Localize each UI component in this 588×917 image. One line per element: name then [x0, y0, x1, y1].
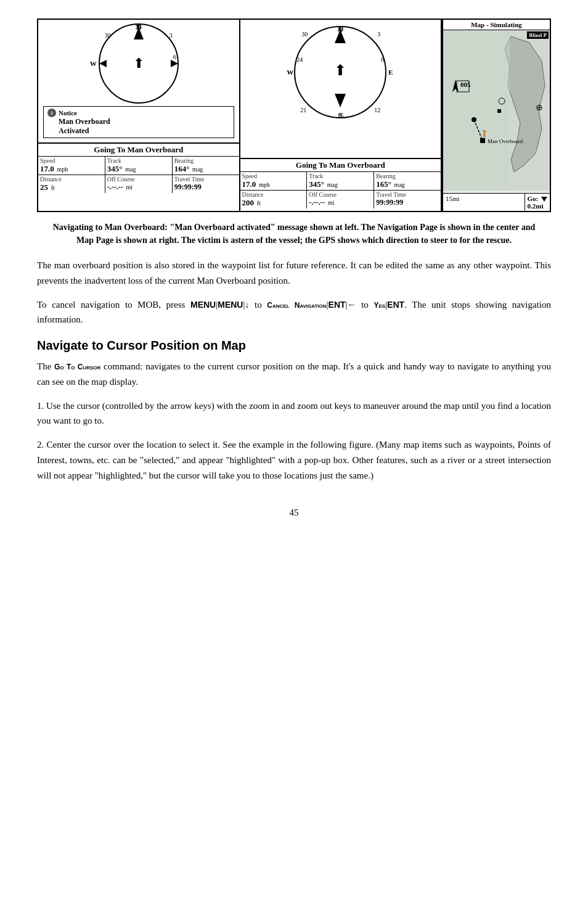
blind-badge: Blind P [527, 31, 549, 39]
left-row1: Speed 17.0 mph Track 345° mag Bearing 16… [38, 156, 239, 175]
left-bearing-value: 164° [174, 164, 190, 173]
center-offcourse-label: Off Course [309, 191, 372, 198]
key-left: ← [348, 300, 356, 310]
center-dist-value: 200 [242, 198, 255, 207]
left-compass-6: 6 [173, 54, 176, 60]
left-bearing-label: Bearing [174, 157, 237, 164]
center-travel-label: Travel Time [376, 191, 439, 198]
svg-text:🧍: 🧍 [480, 130, 489, 138]
center-bearing-cell: Bearing 165° mag [374, 172, 441, 190]
left-compass-30: 30 [105, 32, 111, 39]
left-panel: N W 30 3 33 6 ⬆ i Not [38, 20, 240, 211]
notice-line1: Man Overboard [47, 117, 230, 126]
left-row2: Distance 25 ft Off Course -.--.-- mi Tra… [38, 175, 239, 193]
center-speed-unit: mph [259, 181, 270, 188]
c-15: 15 [337, 112, 343, 119]
map-title: Map - Simulating [443, 20, 550, 30]
left-speed-unit: mph [57, 166, 68, 173]
left-travel-label: Travel Time [174, 176, 237, 183]
paragraph-1: The man overboard position is also store… [37, 258, 551, 289]
center-compass-section: N W E S 30 33 3 6 24 21 15 12 [240, 20, 441, 158]
center-compass-e: E [388, 68, 393, 76]
section-para-1: 1. Use the cursor (controlled by the arr… [37, 398, 551, 429]
page-number: 45 [37, 508, 551, 518]
svg-rect-11 [497, 109, 501, 113]
center-track-unit: mag [327, 181, 338, 188]
center-dist-cell: Distance 200 ft [240, 191, 308, 208]
diagram-caption: Navigating to Man Overboard: "Man Overbo… [37, 221, 551, 247]
center-speed-cell: Speed 17.0 mph [240, 172, 308, 190]
center-compass-w: W [287, 68, 293, 76]
center-speed-value: 17.0 [242, 179, 256, 189]
left-bearing-unit: mag [192, 166, 203, 173]
center-track-value: 345° [309, 179, 324, 189]
go-to-cursor-label: Go To Cursor [54, 363, 100, 371]
section-heading: Navigate to Cursor Position on Map [37, 339, 551, 353]
notice-title: i Notice [47, 109, 230, 117]
left-dist-value: 25 [40, 183, 48, 192]
go-label: Go: [528, 195, 539, 202]
center-bearing-unit: mag [394, 181, 405, 188]
center-row1: Speed 17.0 mph Track 345° mag Bearing 16… [240, 171, 441, 190]
center-panel: N W E S 30 33 3 6 24 21 15 12 [240, 20, 443, 211]
left-track-unit: mag [125, 166, 136, 173]
left-compass-3: 3 [169, 32, 173, 39]
notice-title-text: Notice [59, 109, 77, 117]
left-offcourse-unit: mi [126, 184, 133, 191]
left-track-label: Track [107, 157, 170, 164]
c-24: 24 [296, 56, 303, 63]
boat-icon: ⬆ [133, 56, 144, 72]
section-para-2: 2. Center the cursor over the location t… [37, 437, 551, 483]
c-21: 21 [300, 107, 306, 113]
key-menu2: MENU [218, 300, 243, 310]
center-offcourse-cell: Off Course -.--.-- mi [307, 191, 374, 208]
go-value: 0.2mi [528, 202, 544, 210]
left-travel-value: 99:99:99 [174, 183, 202, 191]
key-ent2: ENT [387, 300, 404, 310]
center-bearing-value: 165° [376, 179, 391, 189]
go-arrow-icon [541, 197, 547, 202]
left-travel-cell: Travel Time 99:99:99 [173, 175, 239, 193]
left-speed-label: Speed [40, 157, 103, 164]
center-row2: Distance 200 ft Off Course -.--.-- mi Tr… [240, 190, 441, 208]
left-offcourse-cell: Off Course -.--.-- mi [105, 175, 173, 193]
diagram-area: N W 30 3 33 6 ⬆ i Not [37, 19, 551, 212]
key-down: ↓ [245, 300, 250, 310]
up-arrow [134, 27, 144, 39]
map-content: Blind P 005 Man Overboard [443, 30, 550, 193]
center-offcourse-unit: mi [328, 199, 335, 206]
c-3: 3 [377, 31, 380, 38]
key-ent1: ENT [329, 300, 346, 310]
left-offcourse-value: -.--.-- [107, 183, 123, 191]
left-going-to: Going To Man Overboard [38, 143, 239, 156]
left-speed-cell: Speed 17.0 mph [38, 157, 105, 175]
c-30: 30 [301, 31, 308, 38]
center-bearing-label: Bearing [376, 173, 439, 179]
center-travel-value: 99:99:99 [376, 198, 403, 207]
section-para-0: The Go To Cursor command: navigates to t… [37, 359, 551, 390]
left-bearing-cell: Bearing 164° mag [173, 157, 239, 175]
left-speed-value: 17.0 [40, 164, 54, 173]
notice-box: i Notice Man Overboard Activated [43, 106, 234, 138]
left-track-value: 345° [107, 164, 123, 173]
left-dist-cell: Distance 25 ft [38, 175, 105, 193]
left-compass-section: N W 30 3 33 6 ⬆ i Not [38, 20, 239, 143]
key-cancel-nav: Cancel Navigation [267, 301, 326, 310]
c-down-arrow [335, 94, 346, 107]
left-track-cell: Track 345° mag [105, 157, 173, 175]
svg-text:Man Overboard: Man Overboard [488, 138, 523, 144]
map-go-label: Go: 0.2mi [525, 194, 550, 211]
map-footer: 15mi Go: 0.2mi [443, 193, 550, 211]
notice-icon: i [47, 109, 56, 117]
center-track-cell: Track 345° mag [307, 172, 374, 190]
center-offcourse-value: -.--.-- [309, 198, 325, 207]
center-dist-label: Distance [242, 191, 305, 198]
left-arrow [99, 60, 107, 67]
center-compass-ring: N W E S 30 33 3 6 24 21 15 12 [294, 26, 386, 118]
paragraph-2: To cancel navigation to MOB, press MENU|… [37, 297, 551, 328]
notice-line2: Activated [47, 126, 230, 136]
left-compass-w: W [90, 60, 97, 67]
key-menu1: MENU [190, 300, 216, 310]
center-track-label: Track [309, 173, 372, 179]
key-yes: Yes [374, 301, 385, 310]
